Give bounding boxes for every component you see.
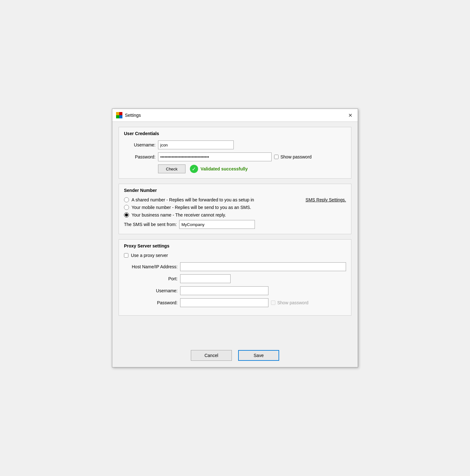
host-label: Host Name/IP Address: xyxy=(124,264,178,269)
port-label: Port: xyxy=(124,276,178,281)
show-password-label: Show password xyxy=(280,154,312,159)
proxy-password-row: Password: Show password xyxy=(124,298,346,307)
sender-option1-row: A shared number - Replies will be forwar… xyxy=(124,197,346,202)
sms-reply-link[interactable]: SMS Reply Settings. xyxy=(306,197,346,202)
footer: Cancel Save xyxy=(112,345,358,367)
host-input[interactable] xyxy=(180,262,346,271)
proxy-password-label: Password: xyxy=(124,300,178,305)
svg-rect-1 xyxy=(119,112,122,115)
proxy-server-title: Proxy Server settings xyxy=(124,243,346,248)
dialog-body: User Credentials Username: Password: Sho… xyxy=(112,122,358,345)
host-row: Host Name/IP Address: xyxy=(124,262,346,271)
user-credentials-title: User Credentials xyxy=(124,131,346,136)
check-button[interactable]: Check xyxy=(158,164,185,173)
proxy-server-section: Proxy Server settings Use a proxy server… xyxy=(119,239,351,316)
sender-option3-row: Your business name - The receiver cannot… xyxy=(124,212,346,217)
title-bar-left: Settings xyxy=(116,112,141,118)
proxy-show-password-row: Show password xyxy=(271,300,308,305)
use-proxy-checkbox[interactable] xyxy=(124,253,128,258)
port-input[interactable] xyxy=(180,274,231,283)
svg-rect-2 xyxy=(116,115,119,118)
close-button[interactable]: ✕ xyxy=(346,111,354,119)
save-button[interactable]: Save xyxy=(238,350,279,361)
app-icon xyxy=(116,112,122,118)
show-password-row: Show password xyxy=(274,154,312,159)
password-input[interactable] xyxy=(158,152,272,161)
password-row: Password: Show password xyxy=(124,152,346,161)
sender-from-row: The SMS will be sent from: xyxy=(124,220,346,229)
sender-number-section: Sender Number A shared number - Replies … xyxy=(119,184,351,234)
dialog-title: Settings xyxy=(125,113,141,118)
proxy-show-password-checkbox[interactable] xyxy=(271,300,275,305)
proxy-username-input[interactable] xyxy=(180,286,268,295)
use-proxy-label: Use a proxy server xyxy=(131,253,168,258)
svg-rect-0 xyxy=(116,112,119,115)
proxy-username-label: Username: xyxy=(124,288,178,293)
validated-row: ✓ Validated successfully xyxy=(190,165,248,173)
user-credentials-section: User Credentials Username: Password: Sho… xyxy=(119,127,351,179)
username-row: Username: xyxy=(124,140,346,149)
check-row: Check ✓ Validated successfully xyxy=(158,164,346,173)
validated-text: Validated successfully xyxy=(201,166,248,171)
sender-option2-row: Your mobile number - Replies will be sen… xyxy=(124,205,346,210)
settings-dialog: Settings ✕ User Credentials Username: Pa… xyxy=(112,109,358,367)
sender-option2-label: Your mobile number - Replies will be sen… xyxy=(132,205,251,210)
proxy-password-input[interactable] xyxy=(180,298,268,307)
sender-option1-radio[interactable] xyxy=(124,197,129,202)
use-proxy-row: Use a proxy server xyxy=(124,253,346,258)
sender-option1-label: A shared number - Replies will be forwar… xyxy=(132,197,254,202)
username-label: Username: xyxy=(124,142,156,147)
svg-rect-3 xyxy=(119,115,122,118)
username-input[interactable] xyxy=(158,140,234,149)
cancel-button[interactable]: Cancel xyxy=(191,350,232,361)
show-password-checkbox[interactable] xyxy=(274,155,279,159)
sender-from-input[interactable] xyxy=(179,220,255,229)
proxy-show-password-label: Show password xyxy=(277,300,308,305)
sender-option3-radio[interactable] xyxy=(124,212,129,217)
sender-from-label: The SMS will be sent from: xyxy=(124,222,177,227)
title-bar: Settings ✕ xyxy=(112,109,358,122)
proxy-username-row: Username: xyxy=(124,286,346,295)
password-label: Password: xyxy=(124,154,156,159)
validated-icon: ✓ xyxy=(190,165,198,173)
sender-option3-label: Your business name - The receiver cannot… xyxy=(132,212,226,217)
port-row: Port: xyxy=(124,274,346,283)
sender-number-title: Sender Number xyxy=(124,188,346,193)
sender-option2-radio[interactable] xyxy=(124,205,129,210)
